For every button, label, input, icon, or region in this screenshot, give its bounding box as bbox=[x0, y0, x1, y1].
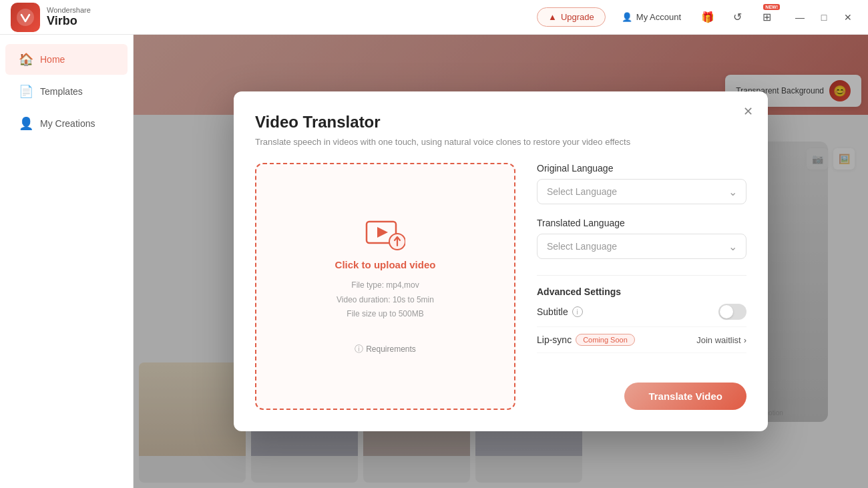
requirements-label: Requirements bbox=[366, 344, 416, 354]
app-logo-icon bbox=[11, 3, 40, 32]
file-type-label: File type: mp4,mov bbox=[337, 278, 434, 293]
original-language-field: Original Language Select Language bbox=[537, 163, 746, 204]
history-icon-button[interactable]: ↺ bbox=[726, 7, 748, 28]
advanced-settings-section: Advanced Settings Subtitle i bbox=[537, 272, 746, 353]
gift-icon-button[interactable]: 🎁 bbox=[697, 7, 718, 28]
app-window: Wondershare Virbo ▲ Upgrade 👤 My Account… bbox=[0, 0, 868, 488]
upload-info: File type: mp4,mov Video duration: 10s t… bbox=[337, 278, 434, 322]
upgrade-button[interactable]: ▲ Upgrade bbox=[537, 7, 606, 27]
product-name: Virbo bbox=[47, 14, 91, 28]
translate-video-button[interactable]: Translate Video bbox=[624, 383, 746, 410]
sidebar-item-templates[interactable]: 📄 Templates bbox=[5, 76, 128, 107]
window-controls: — □ ✕ bbox=[791, 8, 857, 27]
subtitle-label: Subtitle bbox=[537, 306, 568, 317]
translated-language-field: Translated Language Select Language bbox=[537, 218, 746, 259]
click-to-upload-label: Click to upload video bbox=[335, 259, 436, 270]
video-duration-label: Video duration: 10s to 5min bbox=[337, 293, 434, 308]
sidebar-item-home[interactable]: 🏠 Home bbox=[5, 44, 128, 75]
my-account-button[interactable]: 👤 My Account bbox=[614, 8, 689, 26]
video-translator-modal: ✕ Video Translator Translate speech in v… bbox=[234, 91, 768, 431]
requirements-link[interactable]: ⓘ Requirements bbox=[355, 343, 416, 355]
sidebar: 🏠 Home 📄 Templates 👤 My Creations bbox=[0, 35, 134, 488]
original-language-label: Original Language bbox=[537, 163, 746, 174]
advanced-settings-label: Advanced Settings bbox=[537, 275, 746, 297]
requirements-icon: ⓘ bbox=[355, 343, 363, 355]
join-waitlist-button[interactable]: Join waitlist › bbox=[696, 335, 746, 345]
close-button[interactable]: ✕ bbox=[839, 8, 857, 27]
my-account-label: My Account bbox=[636, 12, 681, 22]
lipsync-left: Lip-sync Coming Soon bbox=[537, 334, 635, 346]
upgrade-label: Upgrade bbox=[561, 12, 594, 22]
original-language-select-wrapper: Select Language bbox=[537, 179, 746, 204]
svg-point-0 bbox=[17, 9, 34, 26]
home-icon: 🏠 bbox=[19, 52, 33, 67]
translated-language-label: Translated Language bbox=[537, 218, 746, 228]
modal-subtitle: Translate speech in videos with one touc… bbox=[255, 137, 746, 147]
apps-icon-button[interactable]: ⊞ NEW! bbox=[756, 7, 777, 28]
sidebar-item-home-label: Home bbox=[40, 54, 65, 65]
upgrade-icon: ▲ bbox=[548, 12, 557, 22]
lipsync-setting-row: Lip-sync Coming Soon Join waitlist › bbox=[537, 327, 746, 353]
maximize-button[interactable]: □ bbox=[815, 8, 833, 27]
upload-video-icon bbox=[365, 218, 405, 251]
join-waitlist-chevron: › bbox=[744, 335, 746, 345]
upload-area[interactable]: Click to upload video File type: mp4,mov… bbox=[255, 163, 515, 410]
coming-soon-badge: Coming Soon bbox=[576, 334, 635, 346]
subtitle-info-icon: i bbox=[572, 306, 583, 317]
file-size-label: File size up to 500MB bbox=[337, 307, 434, 322]
join-waitlist-label: Join waitlist bbox=[696, 335, 740, 345]
original-language-select[interactable]: Select Language bbox=[537, 179, 746, 204]
subtitle-toggle[interactable] bbox=[718, 304, 746, 320]
modal-body: Click to upload video File type: mp4,mov… bbox=[255, 163, 746, 410]
translate-button-row: Translate Video bbox=[537, 383, 746, 410]
logo-text: Wondershare Virbo bbox=[47, 6, 91, 28]
title-bar: Wondershare Virbo ▲ Upgrade 👤 My Account… bbox=[0, 0, 868, 35]
sidebar-item-templates-label: Templates bbox=[40, 86, 83, 97]
right-panel: Original Language Select Language Transl… bbox=[537, 163, 746, 410]
svg-marker-2 bbox=[377, 227, 388, 238]
templates-icon: 📄 bbox=[19, 84, 33, 99]
modal-close-button[interactable]: ✕ bbox=[738, 102, 757, 121]
main-area: 🏠 Home 📄 Templates 👤 My Creations Transp… bbox=[0, 35, 868, 488]
minimize-button[interactable]: — bbox=[791, 8, 809, 27]
title-bar-actions: ▲ Upgrade 👤 My Account 🎁 ↺ ⊞ NEW! — □ ✕ bbox=[537, 7, 857, 28]
sidebar-item-my-creations[interactable]: 👤 My Creations bbox=[5, 108, 128, 139]
sidebar-item-my-creations-label: My Creations bbox=[40, 118, 95, 129]
account-icon: 👤 bbox=[622, 12, 632, 22]
modal-overlay: ✕ Video Translator Translate speech in v… bbox=[134, 35, 868, 488]
logo-area: Wondershare Virbo bbox=[11, 3, 91, 32]
subtitle-setting-row: Subtitle i bbox=[537, 297, 746, 327]
translated-language-select-wrapper: Select Language bbox=[537, 234, 746, 259]
subtitle-left: Subtitle i bbox=[537, 306, 583, 317]
content-bg: Transparent Background 😊 📷 🖼️ Super-Prom… bbox=[134, 35, 868, 488]
translated-language-select[interactable]: Select Language bbox=[537, 234, 746, 259]
modal-title: Video Translator bbox=[255, 113, 746, 132]
brand-name: Wondershare bbox=[47, 6, 91, 14]
my-creations-icon: 👤 bbox=[19, 116, 33, 131]
new-badge: NEW! bbox=[763, 4, 780, 10]
lipsync-label: Lip-sync bbox=[537, 334, 572, 345]
